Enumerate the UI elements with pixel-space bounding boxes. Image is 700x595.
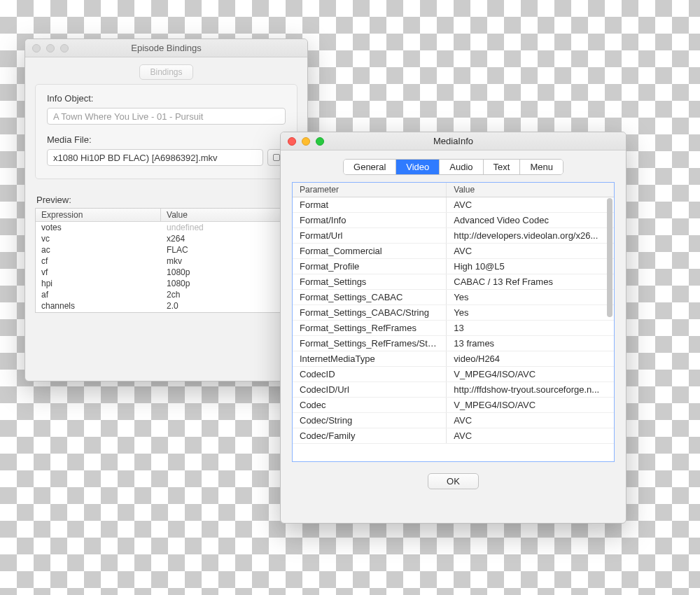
value-cell: 1080p: [161, 278, 297, 289]
parameter-cell: Format/Info: [293, 213, 447, 227]
table-row[interactable]: Format_SettingsCABAC / 13 Ref Frames: [293, 274, 614, 290]
parameter-cell: Format_Settings_CABAC/String: [293, 305, 447, 320]
table-row[interactable]: Format_Settings_RefFrames13: [293, 321, 614, 336]
parameter-cell: Format: [293, 197, 447, 212]
table-row[interactable]: hpi1080p: [36, 278, 297, 289]
value-cell: x264: [161, 233, 297, 244]
value-cell: AVC: [447, 428, 614, 443]
info-object-field[interactable]: [47, 108, 286, 125]
table-row[interactable]: Format/InfoAdvanced Video Codec: [293, 213, 614, 228]
value-cell: video/H264: [447, 351, 614, 366]
table-row[interactable]: FormatAVC: [293, 197, 614, 213]
value-cell: mkv: [161, 255, 297, 267]
value-cell: Advanced Video Codec: [447, 213, 614, 227]
value-cell: FLAC: [161, 244, 297, 255]
mediainfo-window: MediaInfo GeneralVideoAudioTextMenu Para…: [280, 132, 626, 524]
table-row[interactable]: Format_CommercialAVC: [293, 244, 614, 259]
expression-cell: resolution: [36, 312, 161, 313]
table-row[interactable]: cfmkv: [36, 255, 297, 267]
value-cell: AVC: [447, 413, 614, 428]
tab-menu[interactable]: Menu: [520, 160, 563, 174]
table-row[interactable]: CodecV_MPEG4/ISO/AVC: [293, 398, 614, 413]
table-row[interactable]: Format_ProfileHigh 10@L5: [293, 259, 614, 274]
value-cell: 2ch: [161, 289, 297, 300]
preview-table[interactable]: Expression Value votesundefinedvcx264acF…: [35, 208, 298, 313]
parameter-cell: Codec/String: [293, 413, 447, 428]
parameter-cell: Format/Url: [293, 228, 447, 243]
tab-video[interactable]: Video: [396, 160, 440, 174]
parameter-cell: CodecID/Url: [293, 382, 447, 397]
zoom-icon[interactable]: [316, 137, 324, 146]
window-icon: [273, 154, 280, 161]
table-row[interactable]: CodecID/Urlhttp://ffdshow-tryout.sourcef…: [293, 382, 614, 398]
grid-header-value[interactable]: Value: [447, 183, 614, 197]
parameter-cell: Format_Commercial: [293, 244, 447, 258]
mediainfo-grid[interactable]: Parameter Value FormatAVCFormat/InfoAdva…: [292, 182, 615, 462]
zoom-icon[interactable]: [60, 44, 69, 52]
table-row[interactable]: Format_Settings_RefFrames/String13 frame…: [293, 336, 614, 351]
ok-button[interactable]: OK: [428, 473, 479, 489]
preview-header-expression[interactable]: Expression: [36, 209, 161, 221]
parameter-cell: CodecID: [293, 367, 447, 382]
value-cell: 2.0: [161, 300, 297, 312]
table-row[interactable]: Codec/StringAVC: [293, 413, 614, 428]
table-row[interactable]: votesundefined: [36, 222, 297, 233]
preview-label: Preview:: [36, 195, 296, 205]
info-object-label: Info Object:: [47, 93, 286, 104]
media-file-field[interactable]: [47, 149, 263, 166]
table-row[interactable]: resolution1920x1080: [36, 312, 297, 313]
grid-header-parameter[interactable]: Parameter: [293, 183, 447, 197]
table-row[interactable]: Format/Urlhttp://developers.videolan.org…: [293, 228, 614, 244]
value-cell: 1920x1080: [161, 312, 297, 313]
tab-text[interactable]: Text: [484, 160, 521, 174]
traffic-lights: [288, 137, 324, 146]
value-cell: http://developers.videolan.org/x26...: [447, 228, 614, 243]
expression-cell: vc: [36, 233, 161, 244]
table-row[interactable]: vf1080p: [36, 267, 297, 278]
traffic-lights: [32, 44, 69, 52]
expression-cell: hpi: [36, 278, 161, 289]
table-row[interactable]: CodecIDV_MPEG4/ISO/AVC: [293, 367, 614, 382]
segment-control: Bindings: [25, 57, 307, 84]
value-cell: Yes: [447, 305, 614, 320]
titlebar[interactable]: MediaInfo: [281, 132, 626, 150]
minimize-icon[interactable]: [46, 44, 55, 52]
preview-header-value[interactable]: Value: [161, 209, 297, 221]
tab-audio[interactable]: Audio: [440, 160, 483, 174]
value-cell: V_MPEG4/ISO/AVC: [447, 398, 614, 412]
window-title: MediaInfo: [281, 136, 626, 146]
bindings-segment[interactable]: Bindings: [139, 64, 192, 80]
parameter-cell: Format_Profile: [293, 259, 447, 274]
value-cell: 13 frames: [447, 336, 614, 351]
table-row[interactable]: Format_Settings_CABAC/StringYes: [293, 305, 614, 321]
table-row[interactable]: af2ch: [36, 289, 297, 300]
value-cell: 13: [447, 321, 614, 335]
value-cell: AVC: [447, 244, 614, 258]
close-icon[interactable]: [32, 44, 41, 52]
expression-cell: cf: [36, 255, 161, 267]
parameter-cell: Format_Settings_CABAC: [293, 290, 447, 304]
value-cell: AVC: [447, 197, 614, 212]
parameter-cell: Format_Settings: [293, 274, 447, 289]
expression-cell: votes: [36, 222, 161, 233]
bindings-well: Info Object: Media File:: [35, 84, 298, 179]
table-row[interactable]: vcx264: [36, 233, 297, 244]
tab-general[interactable]: General: [344, 160, 396, 174]
table-row[interactable]: InternetMediaTypevideo/H264: [293, 351, 614, 367]
value-cell: CABAC / 13 Ref Frames: [447, 274, 614, 289]
table-row[interactable]: channels2.0: [36, 300, 297, 312]
titlebar[interactable]: Episode Bindings: [25, 39, 307, 57]
expression-cell: channels: [36, 300, 161, 312]
minimize-icon[interactable]: [302, 137, 310, 146]
scrollbar-thumb[interactable]: [607, 198, 612, 317]
value-cell: 1080p: [161, 267, 297, 278]
table-row[interactable]: acFLAC: [36, 244, 297, 255]
table-row[interactable]: Format_Settings_CABACYes: [293, 290, 614, 305]
parameter-cell: Codec: [293, 398, 447, 412]
value-cell: Yes: [447, 290, 614, 304]
value-cell: V_MPEG4/ISO/AVC: [447, 367, 614, 382]
close-icon[interactable]: [288, 137, 296, 146]
value-cell: High 10@L5: [447, 259, 614, 274]
table-row[interactable]: Codec/FamilyAVC: [293, 428, 614, 444]
expression-cell: ac: [36, 244, 161, 255]
